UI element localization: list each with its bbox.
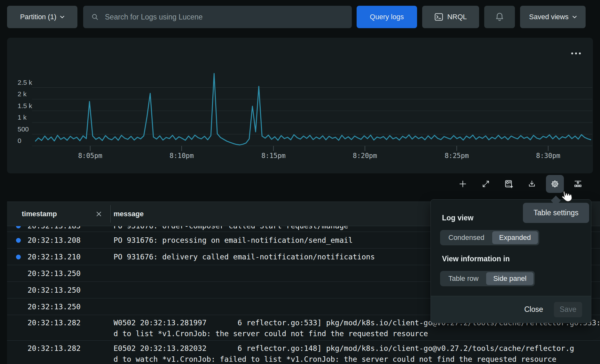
view-info-option-table-row[interactable]: Table row xyxy=(441,272,486,285)
gear-icon xyxy=(550,179,559,188)
chevron-down-icon xyxy=(60,16,64,19)
svg-text:1.5 k: 1.5 k xyxy=(18,102,32,109)
hand-cursor xyxy=(559,189,573,206)
message-column-label: message xyxy=(114,210,144,218)
svg-text:8:15pm: 8:15pm xyxy=(261,152,286,160)
partition-label: Partition (1) xyxy=(20,13,57,21)
table-settings-button[interactable] xyxy=(546,175,564,193)
download-button[interactable] xyxy=(523,175,541,193)
expand-icon xyxy=(482,180,490,188)
notifications-button[interactable] xyxy=(484,6,515,28)
remove-timestamp-column-icon[interactable] xyxy=(94,209,104,219)
table-layout-button[interactable] xyxy=(569,175,587,193)
expand-chart-button[interactable] xyxy=(477,175,495,193)
log-timestamp: 20:32:13.282 xyxy=(28,341,81,356)
view-information-segmented-control: Table row Side panel xyxy=(440,271,535,286)
log-timestamp: 20:32:13.250 xyxy=(28,265,81,282)
svg-text:8:30pm: 8:30pm xyxy=(536,152,560,160)
log-view-option-expanded[interactable]: Expanded xyxy=(492,231,538,244)
log-view-heading: Log view xyxy=(442,214,473,222)
partition-dropdown[interactable]: Partition (1) xyxy=(7,6,77,28)
log-view-segmented-control: Condensed Expanded xyxy=(440,230,539,245)
log-timestamp: 20:32:13.282 xyxy=(28,315,81,330)
svg-text:500: 500 xyxy=(18,125,29,133)
add-chart-button[interactable] xyxy=(454,175,472,193)
svg-text:8:25pm: 8:25pm xyxy=(445,152,469,160)
search-bar[interactable] xyxy=(83,6,352,28)
column-header-message[interactable]: message xyxy=(114,202,144,226)
query-logs-label: Query logs xyxy=(370,13,404,21)
log-message: E0502 20:32:13.282032 6 reflector.go:148… xyxy=(114,341,600,364)
popover-footer: Close Save xyxy=(431,296,591,323)
log-view-option-condensed[interactable]: Condensed xyxy=(441,231,492,244)
close-button[interactable]: Close xyxy=(524,305,543,314)
search-input[interactable] xyxy=(105,13,344,21)
table-settings-tooltip: Table settings xyxy=(523,203,589,223)
svg-text:8:10pm: 8:10pm xyxy=(170,152,194,160)
nrql-button[interactable]: NRQL xyxy=(422,6,479,28)
close-icon xyxy=(95,210,102,218)
svg-text:8:05pm: 8:05pm xyxy=(78,152,102,160)
log-timestamp: 20:32:13.183 xyxy=(28,226,81,232)
download-icon xyxy=(528,180,536,188)
view-info-option-side-panel[interactable]: Side panel xyxy=(486,272,533,285)
svg-text:1 k: 1 k xyxy=(18,114,27,121)
log-level-dot xyxy=(16,226,21,228)
log-timestamp: 20:32:13.208 xyxy=(28,232,81,249)
log-volume-chart-panel: 05001 k1.5 k2 k2.5 k8:05pm8:10pm8:15pm8:… xyxy=(7,38,593,173)
column-divider[interactable] xyxy=(110,205,111,223)
svg-text:2 k: 2 k xyxy=(18,90,27,98)
log-timestamp: 20:32:13.250 xyxy=(28,298,81,315)
saved-views-dropdown[interactable]: Saved views xyxy=(520,6,586,28)
log-volume-chart: 05001 k1.5 k2 k2.5 k8:05pm8:10pm8:15pm8:… xyxy=(7,38,593,173)
column-header-timestamp[interactable]: timestamp xyxy=(22,202,57,226)
query-logs-button[interactable]: Query logs xyxy=(357,6,417,28)
log-level-dot xyxy=(16,238,21,243)
log-timestamp: 20:32:13.250 xyxy=(28,282,81,298)
bell-icon xyxy=(495,12,504,22)
save-button[interactable]: Save xyxy=(554,302,582,317)
more-options-icon[interactable] xyxy=(569,51,583,56)
timestamp-column-label: timestamp xyxy=(22,210,57,218)
svg-text:2.5 k: 2.5 k xyxy=(18,79,32,86)
log-level-dot xyxy=(16,255,21,259)
view-information-heading: View information in xyxy=(442,255,510,263)
plus-icon xyxy=(459,180,467,188)
search-icon xyxy=(91,13,99,21)
table-layout-icon xyxy=(573,179,582,188)
nrql-label: NRQL xyxy=(447,13,467,21)
log-timestamp: 20:32:13.210 xyxy=(28,249,81,265)
chevron-down-icon xyxy=(572,16,577,19)
terminal-icon xyxy=(434,13,443,21)
log-table-row[interactable]: 20:32:13.282E0502 20:32:13.282032 6 refl… xyxy=(7,341,600,364)
add-to-dashboard-icon xyxy=(504,179,513,188)
tooltip-label: Table settings xyxy=(533,209,579,217)
svg-text:8:20pm: 8:20pm xyxy=(353,152,377,160)
saved-views-label: Saved views xyxy=(529,13,569,21)
add-to-dashboard-button[interactable] xyxy=(500,175,518,193)
svg-text:0: 0 xyxy=(18,137,21,144)
